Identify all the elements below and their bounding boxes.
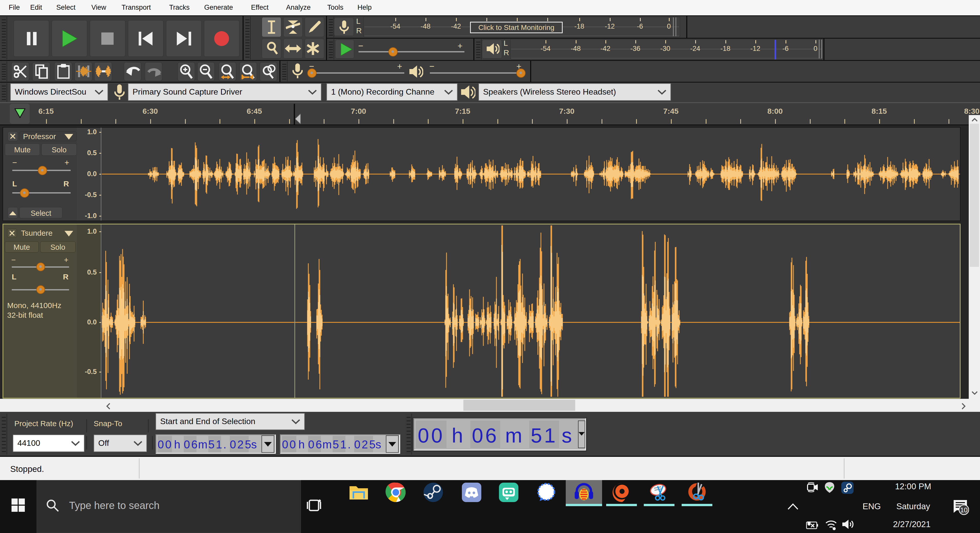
svg-text:10: 10 bbox=[960, 506, 968, 514]
